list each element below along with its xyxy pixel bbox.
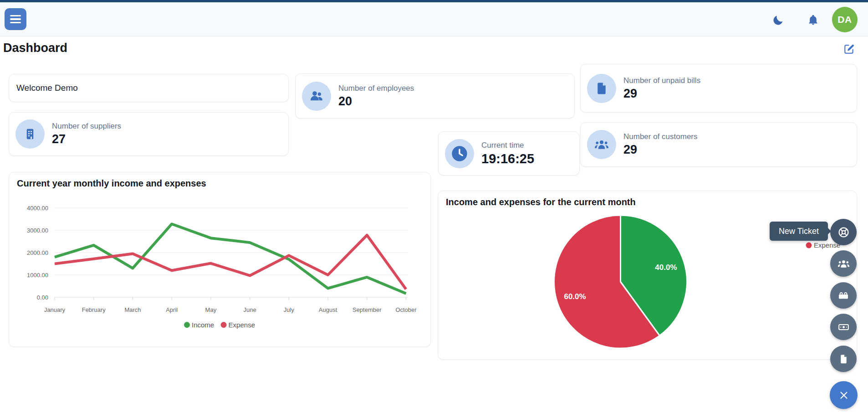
stat-label: Number of employees [338, 84, 414, 93]
pie-chart-svg: 40.0%60.0%Expense [438, 191, 857, 359]
clock-icon [445, 139, 474, 168]
page-title: Dashboard [3, 41, 67, 55]
legend-label: Income [192, 321, 214, 329]
new-ticket-tooltip-label: New Ticket [779, 227, 819, 236]
x-tick-label: February [82, 306, 106, 313]
pie-chart-card: Income and expenses for the current mont… [438, 191, 857, 360]
document-icon [838, 353, 849, 365]
bags-icon [837, 290, 849, 301]
bell-icon [807, 14, 819, 26]
notifications-button[interactable] [807, 14, 819, 26]
line-chart-card: Current year monthly income and expenses… [9, 172, 431, 347]
employees-card: Number of employees 20 [295, 73, 575, 119]
dashboard-page: DA Dashboard Welcome Demo Number of empl… [0, 0, 868, 419]
unpaid-bills-card: Number of unpaid bills 29 [580, 64, 857, 113]
close-fab-menu-button[interactable] [830, 381, 858, 409]
group-icon [587, 130, 616, 159]
x-tick-label: September [352, 306, 382, 313]
stat-label: Number of suppliers [52, 122, 121, 131]
stat-value: 29 [623, 87, 700, 101]
suppliers-card: Number of suppliers 27 [9, 112, 289, 156]
x-tick-label: October [395, 306, 417, 313]
x-tick-label: July [284, 306, 295, 313]
menu-button[interactable] [5, 8, 26, 30]
x-tick-label: August [319, 306, 337, 313]
stat-label: Number of unpaid bills [623, 76, 700, 85]
customers-fab[interactable] [830, 250, 857, 277]
moon-icon [772, 14, 784, 26]
top-bar: DA [0, 2, 868, 36]
y-tick-label: 3000.00 [27, 227, 48, 234]
suppliers-fab[interactable] [830, 282, 857, 309]
life-ring-icon [837, 226, 850, 238]
line-chart-svg: 0.001000.002000.003000.004000.00JanuaryF… [9, 172, 430, 347]
x-tick-label: April [166, 306, 178, 313]
new-ticket-fab[interactable] [830, 219, 857, 245]
y-tick-label: 0.00 [37, 294, 48, 301]
invoices-fab[interactable] [830, 346, 857, 372]
close-icon [838, 389, 850, 401]
menu-icon [10, 15, 21, 16]
legend-swatch [221, 322, 227, 328]
file-icon [587, 74, 616, 103]
y-tick-label: 2000.00 [27, 249, 48, 256]
y-tick-label: 4000.00 [27, 205, 48, 212]
stat-value: 20 [338, 94, 414, 109]
edit-dashboard-button[interactable] [843, 43, 855, 57]
pie-slice-label: 40.0% [655, 263, 677, 272]
x-tick-label: January [44, 306, 66, 313]
group-icon [837, 258, 850, 270]
stat-label: Current time [481, 141, 534, 150]
building-icon [15, 119, 45, 149]
pencil-square-icon [843, 43, 855, 55]
legend-label: Expense [229, 321, 255, 329]
income-line [55, 224, 406, 293]
pie-slice-label: 60.0% [564, 292, 586, 301]
x-tick-label: May [205, 306, 217, 313]
legend-swatch [806, 243, 812, 248]
dark-mode-toggle[interactable] [772, 14, 784, 26]
y-tick-label: 1000.00 [27, 272, 48, 279]
banknote-icon [837, 321, 850, 333]
x-tick-label: June [244, 306, 256, 313]
welcome-card: Welcome Demo [9, 74, 289, 102]
welcome-text: Welcome Demo [16, 83, 78, 93]
menu-icon [10, 18, 21, 20]
stat-value: 29 [623, 143, 698, 157]
new-ticket-tooltip: New Ticket [770, 222, 828, 241]
menu-icon [10, 22, 21, 23]
current-time-card: Current time 19:16:25 [438, 131, 580, 176]
customers-card: Number of customers 29 [580, 122, 857, 167]
stat-label: Number of customers [623, 132, 698, 141]
people-icon [302, 82, 331, 111]
x-tick-label: March [124, 306, 141, 313]
avatar[interactable]: DA [832, 7, 858, 32]
current-time-value: 19:16:25 [481, 151, 534, 166]
stat-value: 27 [52, 132, 121, 146]
legend-swatch [184, 322, 190, 328]
payments-fab[interactable] [830, 314, 857, 340]
